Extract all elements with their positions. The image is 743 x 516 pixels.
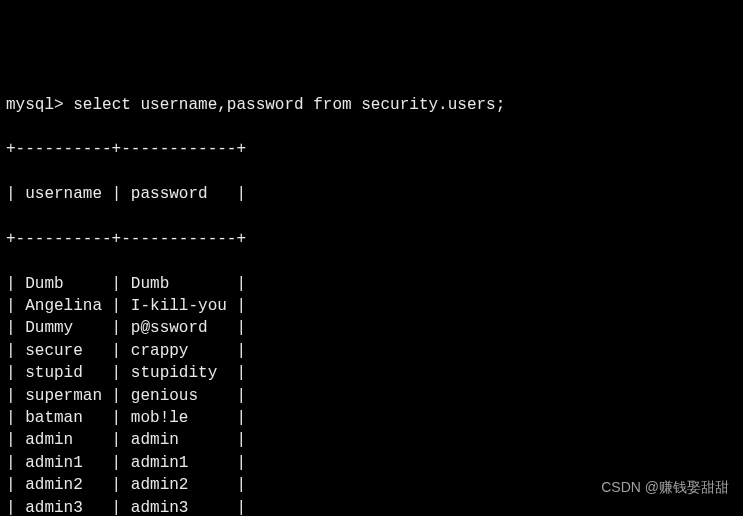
table-row: | Angelina | I-kill-you | (6, 295, 737, 317)
table-divider-top: +----------+------------+ (6, 138, 737, 160)
table-row: | superman | genious | (6, 385, 737, 407)
table-header: | username | password | (6, 183, 737, 205)
table-row: | admin1 | admin1 | (6, 452, 737, 474)
table-row: | secure | crappy | (6, 340, 737, 362)
sql-query: select username,password from security.u… (73, 96, 505, 114)
table-row: | batman | mob!le | (6, 407, 737, 429)
table-row: | admin3 | admin3 | (6, 497, 737, 516)
header-cell-password: | password | (112, 185, 246, 203)
table-row: | Dumb | Dumb | (6, 273, 737, 295)
header-cell-username: | username (6, 185, 112, 203)
table-row: | stupid | stupidity | (6, 362, 737, 384)
watermark-text: CSDN @赚钱娶甜甜 (601, 478, 729, 498)
table-divider-mid: +----------+------------+ (6, 228, 737, 250)
query-line: mysql> select username,password from sec… (6, 94, 737, 116)
mysql-prompt: mysql> (6, 96, 73, 114)
table-row: | Dummy | p@ssword | (6, 317, 737, 339)
table-row: | admin | admin | (6, 429, 737, 451)
